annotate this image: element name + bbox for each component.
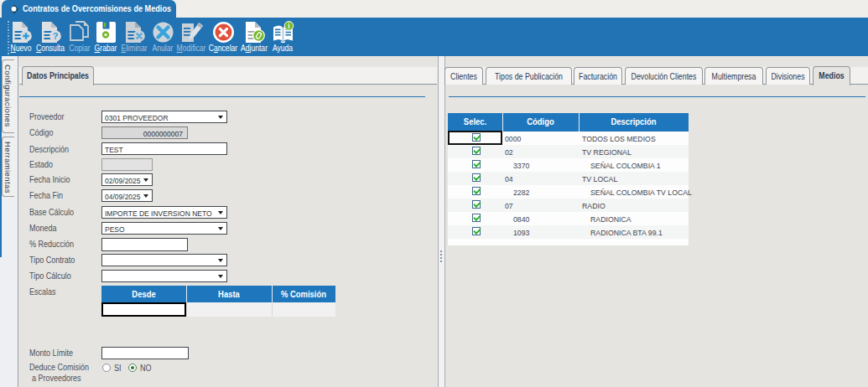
svg-text:i: i: [288, 22, 289, 30]
